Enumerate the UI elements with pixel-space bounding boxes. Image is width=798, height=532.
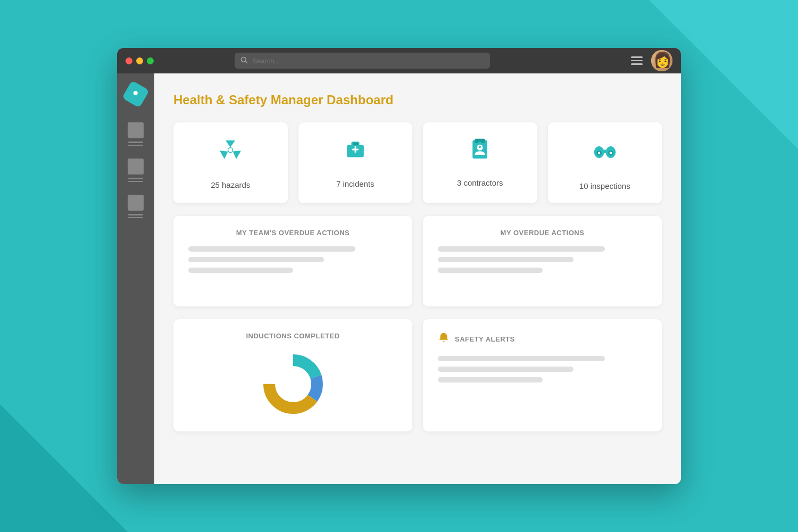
search-icon bbox=[240, 56, 248, 66]
bell-icon bbox=[438, 332, 450, 346]
medkit-icon bbox=[343, 137, 368, 172]
svg-rect-9 bbox=[353, 143, 358, 145]
maximize-button[interactable] bbox=[147, 57, 154, 64]
placeholder-line bbox=[188, 257, 324, 262]
sidebar-item-2[interactable] bbox=[128, 159, 144, 182]
hazards-card[interactable]: 25 hazards bbox=[173, 122, 288, 203]
sidebar-lines-3 bbox=[128, 214, 143, 218]
hamburger-line-2 bbox=[631, 60, 643, 62]
dashboard-title: Health & Safety Manager Dashboard bbox=[173, 93, 662, 107]
donut-chart bbox=[188, 350, 397, 419]
placeholder-line bbox=[438, 367, 573, 372]
inspections-label: 10 inspections bbox=[579, 181, 630, 190]
svg-point-27 bbox=[277, 368, 309, 400]
sidebar-lines-2 bbox=[128, 178, 143, 182]
sidebar-block-3 bbox=[128, 195, 144, 211]
sidebar-line bbox=[128, 214, 143, 215]
svg-rect-7 bbox=[354, 146, 356, 153]
sidebar bbox=[117, 73, 154, 484]
sidebar-item-3[interactable] bbox=[128, 195, 144, 218]
placeholder-line bbox=[438, 246, 605, 252]
sidebar-line bbox=[128, 181, 143, 182]
radiation-icon bbox=[218, 137, 243, 173]
avatar[interactable] bbox=[651, 50, 672, 71]
hamburger-line-1 bbox=[631, 56, 643, 58]
sidebar-line bbox=[128, 145, 143, 146]
stat-cards-row: 25 hazards 7 incidents bbox=[173, 122, 662, 203]
my-overdue-title: MY OVERDUE ACTIONS bbox=[438, 229, 647, 237]
dashboard: Health & Safety Manager Dashboard bbox=[154, 73, 681, 484]
donut-svg bbox=[259, 350, 328, 419]
safety-alerts-header: SAFETY ALERTS bbox=[438, 332, 647, 346]
team-overdue-lines bbox=[188, 246, 397, 273]
safety-alerts-card[interactable]: SAFETY ALERTS bbox=[423, 319, 662, 431]
sidebar-item-1[interactable] bbox=[128, 122, 144, 146]
svg-rect-18 bbox=[597, 146, 601, 151]
sidebar-line bbox=[128, 217, 143, 219]
title-bar bbox=[117, 48, 681, 73]
traffic-lights bbox=[126, 57, 154, 64]
placeholder-line bbox=[438, 356, 605, 361]
hamburger-icon[interactable] bbox=[631, 56, 643, 65]
search-bar[interactable] bbox=[235, 53, 490, 69]
svg-point-13 bbox=[479, 146, 481, 148]
placeholder-line bbox=[188, 246, 355, 252]
sidebar-line bbox=[128, 142, 143, 143]
svg-line-1 bbox=[246, 61, 247, 63]
sidebar-logo[interactable] bbox=[122, 80, 149, 108]
minimize-button[interactable] bbox=[136, 57, 143, 64]
inductions-card[interactable]: INDUCTIONS COMPLETED bbox=[173, 319, 412, 431]
search-input[interactable] bbox=[252, 57, 485, 65]
team-overdue-title: MY TEAM'S OVERDUE ACTIONS bbox=[188, 229, 397, 237]
placeholder-line bbox=[438, 268, 543, 273]
contractor-icon bbox=[468, 137, 492, 171]
my-overdue-lines bbox=[438, 246, 647, 273]
svg-rect-17 bbox=[602, 149, 607, 153]
main-content: Health & Safety Manager Dashboard bbox=[117, 73, 681, 484]
browser-window: Health & Safety Manager Dashboard bbox=[117, 48, 681, 484]
inspections-card[interactable]: 10 inspections bbox=[548, 122, 662, 203]
contractors-label: 3 contractors bbox=[457, 178, 503, 187]
svg-point-22 bbox=[597, 152, 600, 154]
placeholder-line bbox=[438, 377, 543, 383]
hazards-label: 25 hazards bbox=[211, 180, 250, 189]
svg-point-2 bbox=[134, 91, 138, 95]
placeholder-line bbox=[188, 268, 293, 273]
sidebar-line bbox=[128, 178, 143, 179]
bottom-cards-row: INDUCTIONS COMPLETED bbox=[173, 319, 662, 431]
svg-rect-19 bbox=[609, 146, 612, 151]
svg-point-23 bbox=[609, 152, 612, 154]
hamburger-line-3 bbox=[631, 63, 643, 65]
sidebar-block-1 bbox=[128, 122, 144, 138]
my-overdue-card[interactable]: MY OVERDUE ACTIONS bbox=[423, 216, 662, 306]
logo-icon bbox=[130, 88, 141, 101]
avatar-image bbox=[651, 50, 672, 71]
overdue-cards-row: MY TEAM'S OVERDUE ACTIONS MY OVERDUE ACT… bbox=[173, 216, 662, 306]
inductions-title: INDUCTIONS COMPLETED bbox=[188, 332, 397, 340]
placeholder-line bbox=[438, 257, 573, 262]
close-button[interactable] bbox=[126, 57, 132, 64]
team-overdue-card[interactable]: MY TEAM'S OVERDUE ACTIONS bbox=[173, 216, 412, 306]
contractors-card[interactable]: 3 contractors bbox=[423, 122, 537, 203]
svg-rect-14 bbox=[479, 142, 482, 143]
safety-alerts-lines bbox=[438, 356, 647, 383]
sidebar-lines-1 bbox=[128, 142, 143, 146]
svg-point-0 bbox=[242, 57, 246, 62]
sidebar-block-2 bbox=[128, 159, 144, 174]
safety-alerts-title: SAFETY ALERTS bbox=[455, 335, 515, 343]
incidents-card[interactable]: 7 incidents bbox=[298, 122, 413, 203]
binoculars-icon bbox=[592, 137, 618, 174]
incidents-label: 7 incidents bbox=[336, 179, 375, 188]
nav-icons bbox=[631, 50, 672, 71]
svg-point-4 bbox=[229, 148, 233, 152]
